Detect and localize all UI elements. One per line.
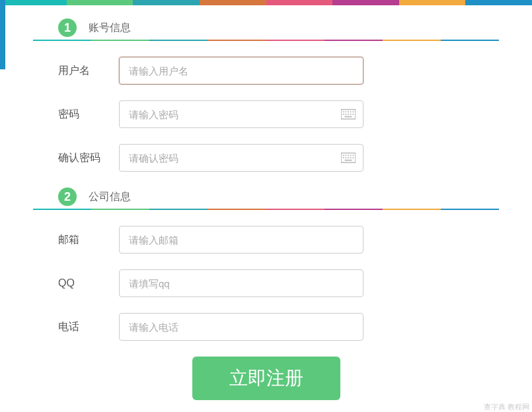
section-title-company: 公司信息 <box>89 190 131 204</box>
phone-input[interactable] <box>119 313 363 341</box>
confirm-password-input[interactable] <box>119 144 363 172</box>
svg-rect-19 <box>345 157 346 158</box>
qq-input[interactable] <box>119 269 363 297</box>
svg-rect-13 <box>343 154 344 156</box>
keyboard-icon[interactable] <box>341 153 356 163</box>
svg-rect-14 <box>345 154 346 156</box>
svg-rect-1 <box>343 111 344 112</box>
step-badge-1: 1 <box>58 18 77 37</box>
section-title-account: 账号信息 <box>89 21 131 35</box>
email-input[interactable] <box>119 226 363 254</box>
svg-rect-21 <box>350 157 352 158</box>
label-password: 密码 <box>33 108 119 121</box>
svg-rect-2 <box>345 111 346 112</box>
svg-rect-15 <box>348 154 349 156</box>
label-phone: 电话 <box>33 320 119 334</box>
keyboard-icon[interactable] <box>341 109 356 120</box>
svg-rect-11 <box>345 116 352 118</box>
watermark-main: 查字典 教程网 <box>484 403 529 411</box>
svg-rect-4 <box>350 111 352 112</box>
section-header-company: 2 公司信息 <box>33 188 499 206</box>
svg-rect-7 <box>345 114 346 115</box>
svg-rect-23 <box>345 160 352 161</box>
label-username: 用户名 <box>33 64 119 78</box>
svg-rect-9 <box>350 114 352 115</box>
svg-rect-6 <box>343 114 344 115</box>
svg-rect-10 <box>352 114 354 115</box>
svg-rect-5 <box>352 111 354 112</box>
top-rainbow-border <box>0 0 532 5</box>
submit-button[interactable]: 立即注册 <box>192 357 340 400</box>
label-email: 邮箱 <box>33 233 119 247</box>
svg-rect-16 <box>350 154 352 156</box>
label-confirm-password: 确认密码 <box>33 151 119 165</box>
step-badge-2: 2 <box>58 188 77 206</box>
svg-rect-8 <box>348 114 349 115</box>
section-header-account: 1 账号信息 <box>33 18 499 37</box>
svg-rect-18 <box>343 157 344 158</box>
username-input[interactable] <box>119 57 363 85</box>
password-input[interactable] <box>119 100 363 128</box>
svg-rect-20 <box>348 157 349 158</box>
svg-rect-17 <box>352 154 354 156</box>
svg-rect-3 <box>348 111 349 112</box>
divider-rainbow-1 <box>33 40 499 41</box>
svg-rect-22 <box>352 157 354 158</box>
label-qq: QQ <box>33 277 119 289</box>
divider-rainbow-2 <box>33 209 499 210</box>
watermark: 查字典 教程网 jiaocheng.chazidian.com <box>464 403 529 412</box>
